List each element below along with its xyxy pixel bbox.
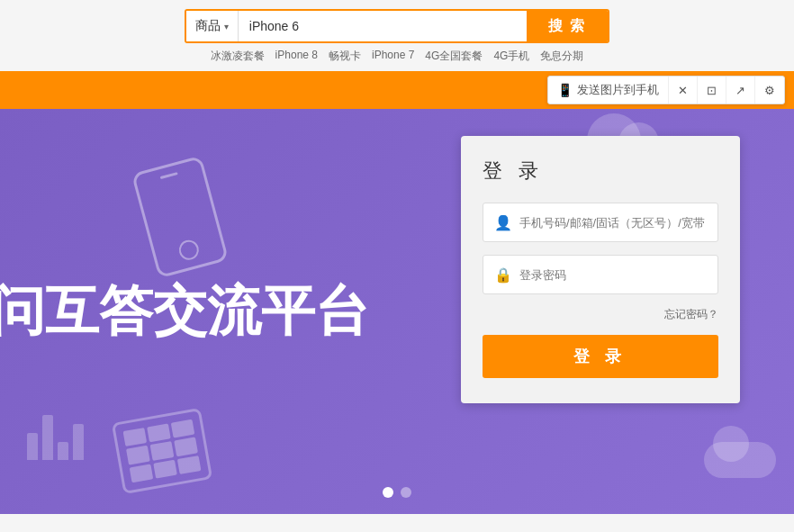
image-settings-button[interactable]: ⚙ [755,77,784,104]
hot-link-item[interactable]: 免息分期 [540,49,583,64]
share-image-button[interactable]: ↗ [726,77,755,104]
hot-link-item[interactable]: 4G全国套餐 [425,49,483,64]
hot-link-item[interactable]: iPhone 8 [275,49,318,64]
category-select[interactable]: 商品 ▾ [186,11,239,41]
carousel-dot-1[interactable] [383,487,393,498]
search-box: 商品 ▾ 搜 索 [185,9,609,43]
chevron-down-icon: ▾ [224,22,229,32]
gear-icon: ⚙ [764,84,775,97]
hot-link-item[interactable]: 4G手机 [493,49,529,64]
login-card: 登 录 👤 🔒 忘记密码？ 登 录 [461,136,740,403]
login-title: 登 录 [483,158,718,185]
fit-icon: ⊡ [707,84,717,97]
search-input[interactable] [239,11,527,41]
search-row: 商品 ▾ 搜 索 [185,9,609,43]
top-bar: 商品 ▾ 搜 索 冰激凌套餐 iPhone 8 畅视卡 iPhone 7 4G全… [0,0,794,71]
user-icon: 👤 [494,214,512,231]
send-to-phone-label: 发送图片到手机 [577,82,659,98]
hero-section: 问互答交流平台 登 录 👤 🔒 忘记密码？ 登 录 [0,109,794,514]
cloud-decoration-2 [704,442,776,478]
login-button[interactable]: 登 录 [483,335,718,378]
hot-link-item[interactable]: 冰激凌套餐 [211,49,265,64]
search-button[interactable]: 搜 索 [527,11,608,41]
hot-links: 冰激凌套餐 iPhone 8 畅视卡 iPhone 7 4G全国套餐 4G手机 … [211,49,584,64]
category-label: 商品 [195,18,221,34]
carousel-dots [383,487,411,498]
password-field-container: 🔒 [483,255,718,294]
phone-field-container: 👤 [483,203,718,242]
carousel-dot-2[interactable] [401,487,411,498]
hot-link-item[interactable]: iPhone 7 [372,49,414,64]
password-input[interactable] [519,268,707,282]
lock-icon: 🔒 [494,266,512,284]
forgot-row: 忘记密码？ [483,307,718,322]
phone-icon: 📱 [557,83,573,97]
forgot-password-link[interactable]: 忘记密码？ [664,307,718,322]
phone-input[interactable] [519,216,707,230]
send-to-phone-button[interactable]: 📱 发送图片到手机 [548,77,669,104]
hero-text: 问互答交流平台 [0,275,369,348]
image-toolbar: 📱 发送图片到手机 ✕ ⊡ ↗ ⚙ [547,76,785,104]
chart-decoration-icon [27,415,84,460]
nav-bar: 📱 发送图片到手机 ✕ ⊡ ↗ ⚙ [0,71,794,109]
hot-link-item[interactable]: 畅视卡 [329,49,361,64]
fit-image-button[interactable]: ⊡ [698,77,726,104]
sim-decoration-icon [112,408,212,494]
close-icon: ✕ [678,84,688,97]
close-image-button[interactable]: ✕ [669,77,698,104]
share-icon: ↗ [735,84,745,97]
